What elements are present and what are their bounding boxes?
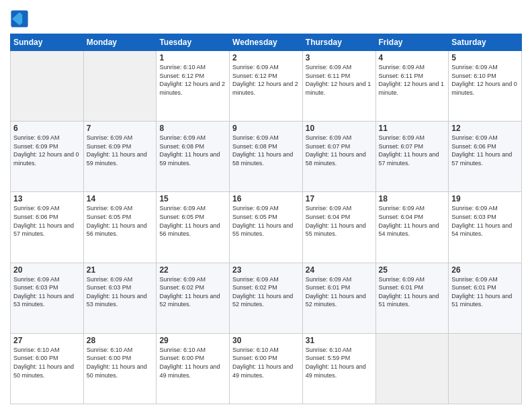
day-number: 19 [451, 194, 519, 203]
day-number: 16 [232, 194, 300, 203]
calendar-cell: 8Sunrise: 6:09 AM Sunset: 6:08 PM Daylig… [157, 122, 230, 192]
weekday-sunday: Sunday [11, 34, 84, 51]
calendar-cell: 4Sunrise: 6:09 AM Sunset: 6:11 PM Daylig… [375, 51, 449, 122]
calendar-cell [83, 51, 157, 122]
calendar-week-4: 20Sunrise: 6:09 AM Sunset: 6:03 PM Dayli… [11, 263, 522, 333]
calendar-cell: 19Sunrise: 6:09 AM Sunset: 6:03 PM Dayli… [449, 192, 522, 263]
calendar-week-2: 6Sunrise: 6:09 AM Sunset: 6:09 PM Daylig… [11, 122, 522, 192]
logo [10, 9, 30, 28]
day-number: 7 [87, 124, 154, 133]
day-info: Sunrise: 6:09 AM Sunset: 6:02 PM Dayligh… [232, 275, 300, 309]
day-info: Sunrise: 6:09 AM Sunset: 6:11 PM Dayligh… [379, 63, 446, 97]
day-number: 14 [87, 194, 154, 203]
day-info: Sunrise: 6:09 AM Sunset: 6:01 PM Dayligh… [379, 275, 446, 309]
day-number: 28 [87, 336, 154, 345]
day-info: Sunrise: 6:09 AM Sunset: 6:12 PM Dayligh… [232, 63, 300, 97]
calendar-cell: 22Sunrise: 6:09 AM Sunset: 6:02 PM Dayli… [157, 263, 230, 333]
day-info: Sunrise: 6:09 AM Sunset: 6:04 PM Dayligh… [306, 204, 373, 238]
calendar-cell: 13Sunrise: 6:09 AM Sunset: 6:06 PM Dayli… [11, 192, 84, 263]
day-number: 21 [87, 265, 154, 275]
calendar-cell: 16Sunrise: 6:09 AM Sunset: 6:05 PM Dayli… [230, 192, 303, 263]
day-info: Sunrise: 6:10 AM Sunset: 6:00 PM Dayligh… [13, 346, 81, 379]
day-info: Sunrise: 6:09 AM Sunset: 6:06 PM Dayligh… [451, 134, 519, 167]
calendar-table: SundayMondayTuesdayWednesdayThursdayFrid… [10, 34, 522, 404]
day-info: Sunrise: 6:09 AM Sunset: 6:06 PM Dayligh… [13, 204, 81, 238]
calendar-cell: 1Sunrise: 6:10 AM Sunset: 6:12 PM Daylig… [157, 51, 230, 122]
logo-icon [10, 9, 29, 28]
calendar-cell [449, 333, 522, 404]
day-number: 23 [232, 265, 300, 275]
day-number: 11 [379, 124, 446, 133]
calendar-cell: 25Sunrise: 6:09 AM Sunset: 6:01 PM Dayli… [375, 263, 449, 333]
day-number: 15 [159, 194, 226, 203]
calendar-cell: 11Sunrise: 6:09 AM Sunset: 6:07 PM Dayli… [375, 122, 449, 192]
day-info: Sunrise: 6:09 AM Sunset: 6:03 PM Dayligh… [87, 275, 154, 309]
day-number: 24 [306, 265, 373, 275]
calendar-cell: 15Sunrise: 6:09 AM Sunset: 6:05 PM Dayli… [157, 192, 230, 263]
day-info: Sunrise: 6:09 AM Sunset: 6:01 PM Dayligh… [306, 275, 373, 309]
day-info: Sunrise: 6:09 AM Sunset: 6:09 PM Dayligh… [13, 134, 81, 167]
day-number: 22 [159, 265, 226, 275]
day-number: 9 [232, 124, 300, 133]
day-number: 26 [451, 265, 519, 275]
calendar-cell: 28Sunrise: 6:10 AM Sunset: 6:00 PM Dayli… [83, 333, 157, 404]
calendar-cell: 9Sunrise: 6:09 AM Sunset: 6:08 PM Daylig… [230, 122, 303, 192]
calendar-cell: 18Sunrise: 6:09 AM Sunset: 6:04 PM Dayli… [375, 192, 449, 263]
day-info: Sunrise: 6:09 AM Sunset: 6:08 PM Dayligh… [159, 134, 226, 167]
calendar-cell: 21Sunrise: 6:09 AM Sunset: 6:03 PM Dayli… [83, 263, 157, 333]
day-number: 29 [159, 336, 226, 345]
day-info: Sunrise: 6:10 AM Sunset: 6:00 PM Dayligh… [159, 346, 226, 379]
day-info: Sunrise: 6:10 AM Sunset: 6:00 PM Dayligh… [232, 346, 300, 379]
calendar-cell: 27Sunrise: 6:10 AM Sunset: 6:00 PM Dayli… [11, 333, 84, 404]
day-info: Sunrise: 6:09 AM Sunset: 6:10 PM Dayligh… [451, 63, 519, 97]
weekday-wednesday: Wednesday [230, 34, 303, 51]
calendar-cell: 12Sunrise: 6:09 AM Sunset: 6:06 PM Dayli… [449, 122, 522, 192]
day-number: 1 [159, 53, 226, 62]
day-number: 27 [13, 336, 81, 345]
calendar-cell: 30Sunrise: 6:10 AM Sunset: 6:00 PM Dayli… [230, 333, 303, 404]
day-number: 6 [13, 124, 81, 133]
weekday-header-row: SundayMondayTuesdayWednesdayThursdayFrid… [11, 34, 522, 51]
calendar-header: SundayMondayTuesdayWednesdayThursdayFrid… [11, 34, 522, 51]
day-info: Sunrise: 6:09 AM Sunset: 6:03 PM Dayligh… [451, 204, 519, 238]
day-info: Sunrise: 6:09 AM Sunset: 6:07 PM Dayligh… [379, 134, 446, 167]
calendar-cell: 31Sunrise: 6:10 AM Sunset: 5:59 PM Dayli… [302, 333, 375, 404]
day-info: Sunrise: 6:09 AM Sunset: 6:09 PM Dayligh… [87, 134, 154, 167]
day-info: Sunrise: 6:10 AM Sunset: 6:12 PM Dayligh… [159, 63, 226, 97]
weekday-friday: Friday [375, 34, 449, 51]
day-number: 18 [379, 194, 446, 203]
calendar-cell: 24Sunrise: 6:09 AM Sunset: 6:01 PM Dayli… [302, 263, 375, 333]
calendar-body: 1Sunrise: 6:10 AM Sunset: 6:12 PM Daylig… [11, 51, 522, 404]
calendar-cell: 6Sunrise: 6:09 AM Sunset: 6:09 PM Daylig… [11, 122, 84, 192]
day-number: 31 [306, 336, 373, 345]
calendar-cell: 17Sunrise: 6:09 AM Sunset: 6:04 PM Dayli… [302, 192, 375, 263]
calendar-week-3: 13Sunrise: 6:09 AM Sunset: 6:06 PM Dayli… [11, 192, 522, 263]
day-number: 25 [379, 265, 446, 275]
day-number: 12 [451, 124, 519, 133]
calendar-cell: 5Sunrise: 6:09 AM Sunset: 6:10 PM Daylig… [449, 51, 522, 122]
weekday-monday: Monday [83, 34, 157, 51]
calendar-cell: 26Sunrise: 6:09 AM Sunset: 6:01 PM Dayli… [449, 263, 522, 333]
day-number: 4 [379, 53, 446, 62]
calendar-cell: 10Sunrise: 6:09 AM Sunset: 6:07 PM Dayli… [302, 122, 375, 192]
day-info: Sunrise: 6:09 AM Sunset: 6:01 PM Dayligh… [451, 275, 519, 309]
day-info: Sunrise: 6:09 AM Sunset: 6:02 PM Dayligh… [159, 275, 226, 309]
weekday-thursday: Thursday [302, 34, 375, 51]
day-number: 20 [13, 265, 81, 275]
day-info: Sunrise: 6:09 AM Sunset: 6:07 PM Dayligh… [306, 134, 373, 167]
day-number: 30 [232, 336, 300, 345]
day-info: Sunrise: 6:09 AM Sunset: 6:05 PM Dayligh… [232, 204, 300, 238]
calendar-week-1: 1Sunrise: 6:10 AM Sunset: 6:12 PM Daylig… [11, 51, 522, 122]
weekday-tuesday: Tuesday [157, 34, 230, 51]
day-number: 5 [451, 53, 519, 62]
calendar-cell: 20Sunrise: 6:09 AM Sunset: 6:03 PM Dayli… [11, 263, 84, 333]
day-info: Sunrise: 6:10 AM Sunset: 6:00 PM Dayligh… [87, 346, 154, 379]
day-number: 13 [13, 194, 81, 203]
day-number: 10 [306, 124, 373, 133]
day-number: 8 [159, 124, 226, 133]
day-number: 3 [306, 53, 373, 62]
calendar-cell: 2Sunrise: 6:09 AM Sunset: 6:12 PM Daylig… [230, 51, 303, 122]
calendar-cell: 23Sunrise: 6:09 AM Sunset: 6:02 PM Dayli… [230, 263, 303, 333]
day-info: Sunrise: 6:09 AM Sunset: 6:05 PM Dayligh… [159, 204, 226, 238]
calendar-cell: 29Sunrise: 6:10 AM Sunset: 6:00 PM Dayli… [157, 333, 230, 404]
